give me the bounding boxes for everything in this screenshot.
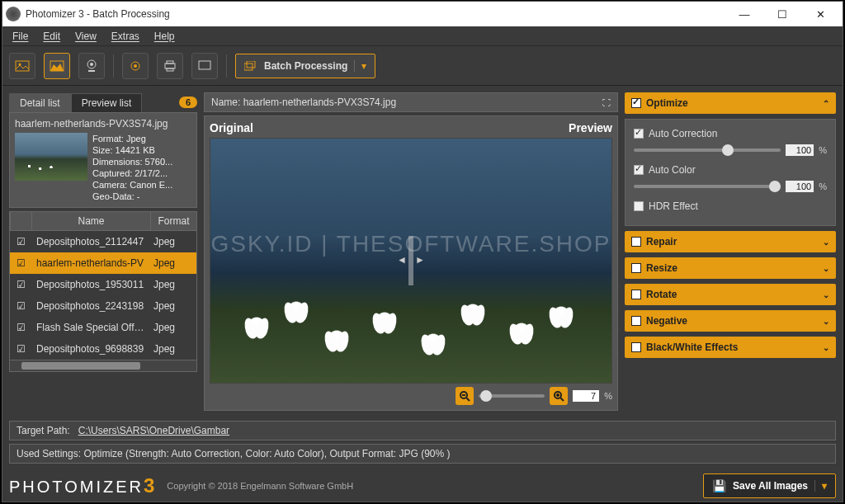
save-dropdown-icon[interactable]: ▾ xyxy=(814,480,827,492)
chevron-down-icon[interactable]: ⌄ xyxy=(823,238,829,247)
row-name: Depositphotos_2243198 xyxy=(31,300,150,312)
svg-point-6 xyxy=(134,64,137,68)
used-settings-text: Used Settings: Optimize (Strength: Auto … xyxy=(17,448,451,459)
table-row[interactable]: ☑ Depositphotos_1953011 Jpeg xyxy=(10,274,196,295)
row-checkbox[interactable]: ☑ xyxy=(10,343,31,355)
original-label: Original xyxy=(210,121,253,134)
row-checkbox[interactable]: ☑ xyxy=(10,322,31,333)
panel-repair-header[interactable]: Repair⌄ xyxy=(625,231,836,252)
zoom-in-button[interactable] xyxy=(550,387,568,405)
panel-optimize-body: Auto Correction 100 % Auto Color 100 % xyxy=(625,119,836,226)
zoom-value[interactable]: 7 xyxy=(573,390,599,402)
chevron-down-icon[interactable]: ⌄ xyxy=(823,264,829,273)
panel-negative-header[interactable]: Negative⌄ xyxy=(625,310,836,332)
chevron-down-icon[interactable]: ⌄ xyxy=(823,343,829,352)
row-name: Depositphotos_9698839 xyxy=(31,343,150,355)
row-checkbox[interactable]: ☑ xyxy=(10,279,31,290)
auto-color-slider[interactable] xyxy=(634,185,781,188)
save-icon: 💾 xyxy=(712,479,726,492)
preview-image[interactable]: GSKY.ID | THESOFTWARE.SHOP xyxy=(210,138,612,384)
mode-dropdown-icon[interactable]: ▾ xyxy=(354,60,366,72)
col-format[interactable]: Format xyxy=(150,212,196,230)
maximize-button[interactable]: ☐ xyxy=(763,2,801,26)
auto-correction-checkbox[interactable] xyxy=(634,129,644,139)
name-value: haarlem-netherlands-PVX3S74.jpg xyxy=(243,97,396,108)
svg-rect-10 xyxy=(199,61,210,69)
col-name[interactable]: Name xyxy=(31,212,150,230)
open-folder-button[interactable] xyxy=(44,53,70,79)
auto-color-value[interactable]: 100 xyxy=(786,181,814,192)
table-row[interactable]: ☑ Depositphotos_2243198 Jpeg xyxy=(10,295,196,317)
close-button[interactable]: ✕ xyxy=(801,2,839,26)
svg-point-4 xyxy=(90,63,93,66)
compare-slider-handle[interactable] xyxy=(408,236,413,285)
row-checkbox[interactable]: ☑ xyxy=(10,257,31,269)
webcam-button[interactable] xyxy=(78,53,105,79)
svg-rect-9 xyxy=(167,68,173,71)
optimize-title: Optimize xyxy=(646,97,688,109)
panel-optimize-header[interactable]: Optimize ⌃ xyxy=(625,92,836,114)
table-row[interactable]: ☑ Depositphotos_9698839 Jpeg xyxy=(10,338,196,360)
hdr-checkbox[interactable] xyxy=(634,201,644,211)
batch-icon xyxy=(244,61,257,71)
repair-checkbox[interactable] xyxy=(631,237,641,247)
hdr-effect-row[interactable]: HDR Effect xyxy=(634,200,827,212)
horizontal-scrollbar[interactable] xyxy=(9,360,197,372)
auto-correction-slider[interactable] xyxy=(634,148,781,152)
svg-line-14 xyxy=(466,398,470,401)
menu-edit[interactable]: Edit xyxy=(36,29,67,44)
preview-label: Preview xyxy=(569,121,612,134)
collapse-icon[interactable]: ⌃ xyxy=(823,99,829,108)
optimize-checkbox[interactable] xyxy=(631,98,641,108)
table-row[interactable]: ☑ Depositphotos_2112447 Jpeg xyxy=(10,231,196,252)
open-image-button[interactable] xyxy=(9,53,35,79)
mode-batch-processing[interactable]: Batch Processing ▾ xyxy=(235,54,375,78)
minimize-button[interactable]: — xyxy=(725,2,763,26)
brand-logo: PHOTOMIZER3 xyxy=(9,474,157,497)
expand-icon[interactable]: ⛶ xyxy=(602,98,611,107)
bw-checkbox[interactable] xyxy=(631,342,641,352)
resize-checkbox[interactable] xyxy=(631,263,641,273)
zoom-out-button[interactable] xyxy=(456,387,474,405)
zoom-slider[interactable] xyxy=(479,394,545,398)
zoom-pct: % xyxy=(604,391,612,401)
menu-extras[interactable]: Extras xyxy=(105,29,146,44)
target-path-link[interactable]: C:\Users\SARS\OneDrive\Gambar xyxy=(78,425,229,436)
menu-view[interactable]: View xyxy=(68,29,103,44)
panel-resize-header[interactable]: Resize⌄ xyxy=(625,257,836,279)
svg-rect-12 xyxy=(247,61,255,68)
chevron-down-icon[interactable]: ⌄ xyxy=(823,290,829,299)
row-checkbox[interactable]: ☑ xyxy=(10,300,31,312)
menu-help[interactable]: Help xyxy=(148,29,182,44)
rotate-checkbox[interactable] xyxy=(631,290,641,299)
auto-correction-value[interactable]: 100 xyxy=(786,144,814,156)
monitor-button[interactable] xyxy=(191,53,218,79)
tab-detail-list[interactable]: Detail list xyxy=(9,93,71,112)
print-button[interactable] xyxy=(157,53,183,79)
svg-rect-8 xyxy=(167,61,173,64)
panel-rotate-header[interactable]: Rotate⌄ xyxy=(625,284,836,305)
settings-button[interactable] xyxy=(122,53,149,79)
table-row[interactable]: ☑ Flash Sale Special Offer I Jpeg xyxy=(10,317,196,338)
tab-preview-list[interactable]: Preview list xyxy=(71,93,143,112)
auto-color-row[interactable]: Auto Color xyxy=(634,164,827,176)
auto-correction-row[interactable]: Auto Correction xyxy=(634,128,827,139)
count-badge: 6 xyxy=(179,97,197,108)
save-all-button[interactable]: 💾 Save All Images ▾ xyxy=(703,473,836,498)
auto-color-checkbox[interactable] xyxy=(634,165,644,175)
row-name: Flash Sale Special Offer I xyxy=(31,322,150,333)
brand-row: PHOTOMIZER3 Copyright © 2018 Engelmann S… xyxy=(2,469,843,502)
titlebar: Photomizer 3 - Batch Processing — ☐ ✕ xyxy=(2,2,843,26)
table-row[interactable]: ☑ haarlem-netherlands-PV Jpeg xyxy=(10,252,196,274)
svg-rect-7 xyxy=(165,64,175,68)
menu-file[interactable]: File xyxy=(6,29,35,44)
detail-thumbnail[interactable] xyxy=(15,133,87,181)
preview-pane: Original Preview GSKY.ID | THESOFTWARE.S… xyxy=(204,115,618,411)
negative-checkbox[interactable] xyxy=(631,316,641,326)
grid-header: Name Format xyxy=(9,211,197,231)
panel-bw-header[interactable]: Black/White Effects⌄ xyxy=(625,337,836,358)
chevron-down-icon[interactable]: ⌄ xyxy=(823,317,829,326)
row-checkbox[interactable]: ☑ xyxy=(10,236,31,247)
row-format: Jpeg xyxy=(150,236,196,247)
copyright-text: Copyright © 2018 Engelmann Software GmbH xyxy=(167,481,353,491)
